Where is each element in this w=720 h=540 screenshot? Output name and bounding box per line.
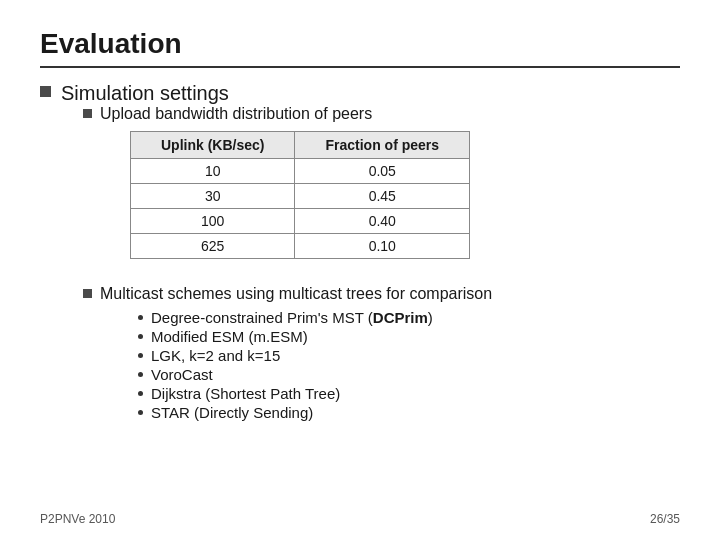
fraction-val-1: 0.05 — [295, 159, 470, 184]
bold-dcprim: DCPrim — [373, 309, 428, 326]
dot-icon — [138, 410, 143, 415]
dot-icon — [138, 353, 143, 358]
fraction-val-3: 0.40 — [295, 209, 470, 234]
sub-bullet-2 — [83, 289, 92, 298]
bandwidth-table: Uplink (KB/sec) Fraction of peers 10 0.0… — [130, 131, 470, 259]
table-row: 30 0.45 — [131, 184, 470, 209]
page-container: Evaluation Simulation settings Upload ba… — [0, 0, 720, 540]
title-divider — [40, 66, 680, 68]
dot-icon — [138, 372, 143, 377]
uplink-val-4: 625 — [131, 234, 295, 259]
table-row: 625 0.10 — [131, 234, 470, 259]
list-text-6: STAR (Directly Sending) — [151, 404, 313, 421]
fraction-val-4: 0.10 — [295, 234, 470, 259]
col-header-fraction: Fraction of peers — [295, 132, 470, 159]
table-row: 10 0.05 — [131, 159, 470, 184]
fraction-val-2: 0.45 — [295, 184, 470, 209]
upload-subsection: Upload bandwidth distribution of peers U… — [83, 105, 680, 273]
uplink-val-3: 100 — [131, 209, 295, 234]
footer: P2PNVe 2010 26/35 — [40, 512, 680, 526]
multicast-list: Degree-constrained Prim's MST (DCPrim) M… — [138, 309, 492, 421]
section-bullet — [40, 86, 51, 97]
list-item: LGK, k=2 and k=15 — [138, 347, 492, 364]
dot-icon — [138, 315, 143, 320]
table-header-row: Uplink (KB/sec) Fraction of peers — [131, 132, 470, 159]
uplink-val-1: 10 — [131, 159, 295, 184]
upload-label: Upload bandwidth distribution of peers — [100, 105, 470, 123]
list-item: VoroCast — [138, 366, 492, 383]
list-text-2: Modified ESM (m.ESM) — [151, 328, 308, 345]
list-item: Modified ESM (m.ESM) — [138, 328, 492, 345]
sub-bullet-1 — [83, 109, 92, 118]
list-text-5: Dijkstra (Shortest Path Tree) — [151, 385, 340, 402]
multicast-subsection: Multicast schemes using multicast trees … — [83, 285, 680, 423]
multicast-section-item: Multicast schemes using multicast trees … — [83, 285, 680, 423]
footer-right: 26/35 — [650, 512, 680, 526]
simulation-label: Simulation settings — [61, 82, 680, 105]
col-header-uplink: Uplink (KB/sec) — [131, 132, 295, 159]
multicast-content: Multicast schemes using multicast trees … — [100, 285, 492, 423]
list-text-4: VoroCast — [151, 366, 213, 383]
dot-icon — [138, 334, 143, 339]
list-item: STAR (Directly Sending) — [138, 404, 492, 421]
list-item: Degree-constrained Prim's MST (DCPrim) — [138, 309, 492, 326]
dot-icon — [138, 391, 143, 396]
page-title: Evaluation — [40, 28, 680, 60]
list-text-1: Degree-constrained Prim's MST (DCPrim) — [151, 309, 433, 326]
upload-content: Upload bandwidth distribution of peers U… — [100, 105, 470, 273]
table-row: 100 0.40 — [131, 209, 470, 234]
simulation-section: Simulation settings Upload bandwidth dis… — [40, 82, 680, 435]
upload-section-item: Upload bandwidth distribution of peers U… — [83, 105, 680, 273]
multicast-label: Multicast schemes using multicast trees … — [100, 285, 492, 303]
uplink-val-2: 30 — [131, 184, 295, 209]
section-content: Simulation settings Upload bandwidth dis… — [61, 82, 680, 435]
list-text-3: LGK, k=2 and k=15 — [151, 347, 280, 364]
list-item: Dijkstra (Shortest Path Tree) — [138, 385, 492, 402]
footer-left: P2PNVe 2010 — [40, 512, 115, 526]
